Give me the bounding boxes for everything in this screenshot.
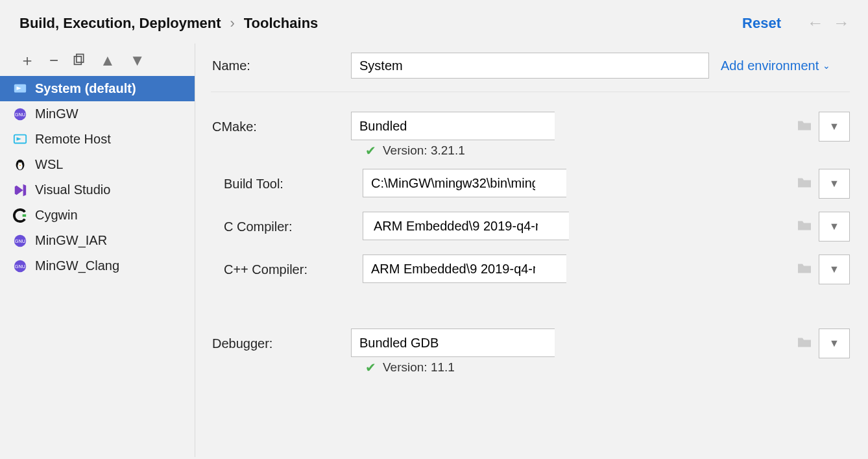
gnu-icon: GNU [13,234,27,248]
settings-header: Build, Execution, Deployment › Toolchain… [0,0,868,43]
cmake-version-text: Version: 3.21.1 [383,143,465,158]
gnu-icon: GNU [13,107,27,121]
move-down-icon[interactable]: ▼ [130,53,145,68]
debugger-version-text: Version: 11.1 [383,360,455,375]
cmake-label: CMake: [211,119,351,134]
checkmark-icon: ✔ [365,143,376,158]
chevron-down-icon: ⌄ [823,60,830,71]
svg-text:GNU: GNU [15,263,25,269]
svg-marker-13 [15,184,26,195]
debugger-label: Debugger: [211,336,351,351]
list-item-label: MinGW_Clang [35,258,119,273]
breadcrumb: Build, Execution, Deployment › Toolchain… [19,15,318,32]
c-compiler-dropdown[interactable]: ▼ [819,212,850,242]
breadcrumb-current: Toolchains [244,15,319,32]
remove-icon[interactable]: − [49,53,58,68]
debugger-dropdown[interactable]: ▼ [819,329,850,358]
name-input[interactable] [351,53,709,79]
toolchain-config-panel: Name: Add environment ⌄ CMake: ▼ ✔ [195,43,868,457]
checkmark-icon: ✔ [365,360,376,375]
folder-icon[interactable] [797,176,812,192]
copy-icon[interactable] [73,53,86,68]
cpp-compiler-input[interactable] [363,254,566,283]
build-tool-dropdown[interactable]: ▼ [819,169,850,199]
reset-link[interactable]: Reset [742,15,781,32]
svg-point-9 [18,162,22,169]
visual-studio-icon [13,183,27,197]
build-tool-input[interactable] [363,169,566,197]
svg-text:GNU: GNU [15,238,25,243]
cmake-dropdown[interactable]: ▼ [819,112,850,142]
divider [211,92,850,92]
toolchain-item-mingw-iar[interactable]: GNU MinGW_IAR [0,228,195,253]
toolchain-item-mingw-clang[interactable]: GNU MinGW_Clang [0,253,195,279]
svg-marker-7 [17,137,21,141]
toolchain-sidebar: ＋ − ▲ ▼ System (default) GNU MinGW [0,43,195,457]
svg-rect-14 [23,214,26,217]
list-item-label: WSL [35,157,63,172]
folder-icon[interactable] [797,262,812,278]
toolchain-item-system[interactable]: System (default) [0,76,195,101]
add-environment-link[interactable]: Add environment ⌄ [721,58,830,73]
toolchain-item-cygwin[interactable]: Cygwin [0,203,195,228]
svg-point-11 [21,162,22,164]
remote-host-icon [13,132,27,147]
breadcrumb-parent[interactable]: Build, Execution, Deployment [19,15,221,32]
build-tool-label: Build Tool: [211,177,363,192]
add-icon[interactable]: ＋ [19,53,35,68]
debugger-status: ✔ Version: 11.1 [365,360,850,375]
toolchain-item-mingw[interactable]: GNU MinGW [0,101,195,127]
svg-rect-0 [77,55,84,63]
c-compiler-label: C Compiler: [211,219,363,234]
cygwin-icon [13,208,27,223]
list-item-label: Visual Studio [35,182,110,197]
move-up-icon[interactable]: ▲ [100,53,115,68]
cpp-compiler-label: C++ Compiler: [211,262,363,277]
cmake-status: ✔ Version: 3.21.1 [365,143,850,158]
toolchain-list: System (default) GNU MinGW Remote Host W… [0,76,195,279]
debugger-input[interactable] [351,329,555,357]
toolchain-item-wsl[interactable]: WSL [0,152,195,177]
svg-text:GNU: GNU [15,111,25,117]
forward-arrow-icon[interactable]: → [833,13,850,33]
list-item-label: Remote Host [35,132,111,147]
cpp-compiler-dropdown[interactable]: ▼ [819,254,850,284]
list-item-label: Cygwin [35,208,78,223]
c-compiler-input[interactable] [363,212,569,240]
system-icon [13,82,27,96]
toolchain-item-remote-host[interactable]: Remote Host [0,127,195,152]
list-item-label: System (default) [35,81,136,96]
cmake-input[interactable] [351,112,555,140]
svg-point-10 [18,162,19,164]
sidebar-toolbar: ＋ − ▲ ▼ [0,46,195,76]
name-label: Name: [211,58,351,73]
toolchain-item-visual-studio[interactable]: Visual Studio [0,177,195,203]
add-environment-label: Add environment [721,58,819,73]
list-item-label: MinGW [35,106,78,121]
list-item-label: MinGW_IAR [35,233,107,248]
penguin-icon [13,158,27,172]
gnu-icon: GNU [13,259,27,273]
folder-icon[interactable] [797,119,812,135]
svg-rect-1 [75,56,82,65]
chevron-right-icon: › [230,15,234,32]
folder-icon[interactable] [797,336,812,352]
back-arrow-icon[interactable]: ← [807,13,824,33]
folder-icon[interactable] [797,219,812,235]
